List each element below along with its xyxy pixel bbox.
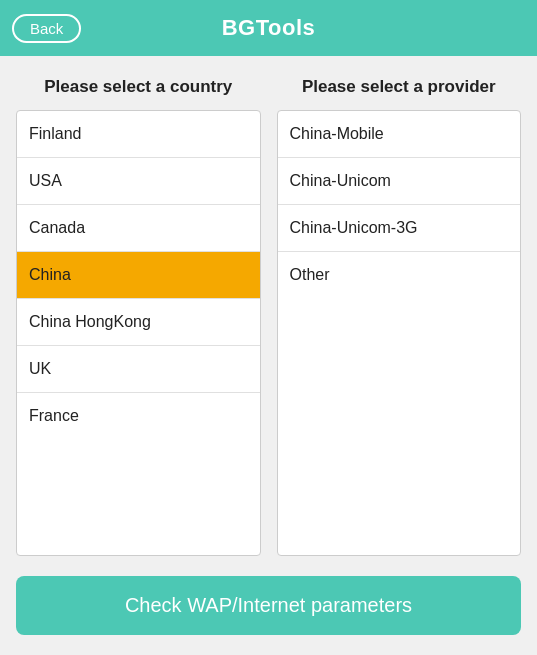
- provider-column-header: Please select a provider: [277, 76, 522, 98]
- provider-list-item[interactable]: Other: [278, 252, 521, 298]
- country-list-item[interactable]: USA: [17, 158, 260, 205]
- provider-column: Please select a provider China-MobileChi…: [277, 76, 522, 556]
- columns-container: Please select a country FinlandUSACanada…: [16, 76, 521, 556]
- country-list-item[interactable]: China HongKong: [17, 299, 260, 346]
- country-column-header: Please select a country: [16, 76, 261, 98]
- provider-list-item[interactable]: China-Unicom-3G: [278, 205, 521, 252]
- country-list-item[interactable]: China: [17, 252, 260, 299]
- back-button[interactable]: Back: [12, 14, 81, 43]
- country-list-item[interactable]: Canada: [17, 205, 260, 252]
- app-title: BGTools: [222, 15, 316, 41]
- provider-list: China-MobileChina-UnicomChina-Unicom-3GO…: [277, 110, 522, 556]
- country-list-item[interactable]: Finland: [17, 111, 260, 158]
- country-list: FinlandUSACanadaChinaChina HongKongUKFra…: [16, 110, 261, 556]
- app-header: Back BGTools: [0, 0, 537, 56]
- main-content: Please select a country FinlandUSACanada…: [0, 56, 537, 655]
- provider-list-item[interactable]: China-Unicom: [278, 158, 521, 205]
- country-column: Please select a country FinlandUSACanada…: [16, 76, 261, 556]
- country-list-item[interactable]: France: [17, 393, 260, 439]
- country-list-item[interactable]: UK: [17, 346, 260, 393]
- check-wap-button[interactable]: Check WAP/Internet parameters: [16, 576, 521, 635]
- provider-list-item[interactable]: China-Mobile: [278, 111, 521, 158]
